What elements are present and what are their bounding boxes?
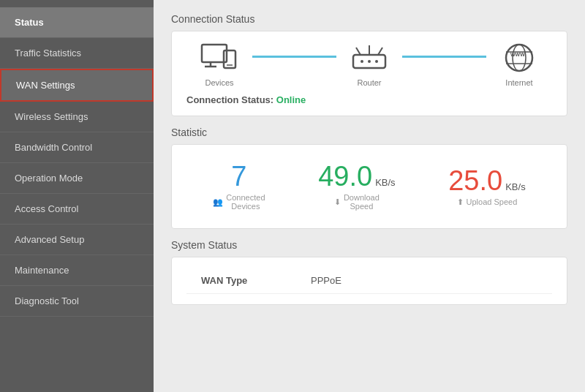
router-icon (347, 42, 391, 74)
sidebar-item-diagnostic-tool[interactable]: Diagnostic Tool (0, 286, 154, 317)
sidebar-item-wireless-settings[interactable]: Wireless Settings (0, 102, 154, 132)
router-label: Router (357, 78, 381, 87)
svg-point-13 (513, 45, 526, 71)
svg-line-6 (356, 48, 361, 55)
statistic-title: Statistic (171, 127, 567, 138)
upload-speed-value-row: 25.0 KB/s (448, 167, 525, 195)
sidebar: Status Traffic Statistics WAN Settings W… (0, 0, 154, 392)
system-status-table: WAN Type PPPoE (186, 268, 552, 294)
system-status-section: System Status WAN Type PPPoE (171, 239, 567, 305)
upload-icon: ⬆ (457, 197, 464, 207)
connected-devices-icon: 👥 (213, 197, 223, 207)
system-status-title: System Status (171, 239, 567, 251)
sidebar-item-wan-settings[interactable]: WAN Settings (0, 69, 154, 102)
svg-line-8 (378, 48, 382, 55)
upload-speed-value: 25.0 (448, 167, 502, 195)
connection-status-title: Connection Status (171, 13, 567, 25)
devices-icon (197, 42, 241, 74)
wan-type-row: WAN Type PPPoE (186, 268, 552, 294)
download-speed-value-row: 49.0 KB/s (318, 162, 395, 190)
connected-devices-label: 👥 ConnectedDevices (213, 193, 265, 211)
devices-label: Devices (205, 78, 233, 87)
sidebar-item-access-control[interactable]: Access Control (0, 194, 154, 225)
devices-item: Devices (186, 42, 252, 87)
statistic-content: 7 👥 ConnectedDevices 49.0 KB/s ⬇ Downloa… (186, 155, 552, 218)
connected-devices-stat: 7 👥 ConnectedDevices (213, 162, 265, 211)
statistic-section: Statistic 7 👥 ConnectedDevices 49.0 KB/s (171, 127, 567, 229)
svg-point-12 (506, 45, 532, 71)
connection-diagram: Devices Router (186, 42, 552, 87)
download-speed-stat: 49.0 KB/s ⬇ DownloadSpeed (318, 162, 395, 211)
wan-type-key: WAN Type (201, 275, 311, 286)
connection-status-line: Connection Status: Online (186, 94, 552, 105)
download-speed-unit: KB/s (375, 177, 395, 188)
sidebar-item-status[interactable]: Status (0, 7, 154, 38)
internet-item: WWW Internet (486, 42, 552, 87)
upload-speed-stat: 25.0 KB/s ⬆ Upload Speed (448, 167, 525, 207)
download-speed-label: ⬇ DownloadSpeed (334, 193, 380, 211)
connected-devices-value: 7 (231, 162, 246, 190)
system-status-card: WAN Type PPPoE (171, 257, 567, 305)
connection-status-section: Connection Status Devices (171, 13, 567, 116)
wan-type-value: PPPoE (311, 275, 341, 286)
upload-speed-unit: KB/s (505, 181, 525, 192)
svg-point-11 (375, 60, 378, 63)
sidebar-item-traffic-statistics[interactable]: Traffic Statistics (0, 38, 154, 69)
sidebar-item-advanced-setup[interactable]: Advanced Setup (0, 225, 154, 255)
svg-text:WWW: WWW (510, 52, 525, 57)
internet-label: Internet (505, 78, 532, 87)
router-item: Router (336, 42, 402, 87)
download-icon: ⬇ (334, 197, 341, 207)
svg-point-10 (368, 60, 371, 63)
main-content: Connection Status Devices (154, 0, 585, 392)
internet-icon: WWW (500, 42, 538, 74)
line-router-internet (402, 56, 486, 58)
download-speed-value: 49.0 (318, 162, 372, 190)
statistic-card: 7 👥 ConnectedDevices 49.0 KB/s ⬇ Downloa… (171, 144, 567, 229)
sidebar-item-operation-mode[interactable]: Operation Mode (0, 163, 154, 194)
sidebar-item-bandwidth-control[interactable]: Bandwidth Control (0, 132, 154, 163)
connection-status-value: Online (276, 94, 306, 105)
svg-point-9 (361, 60, 363, 63)
line-devices-router (252, 56, 336, 58)
sidebar-item-maintenance[interactable]: Maintenance (0, 255, 154, 286)
connection-status-card: Devices Router (171, 31, 567, 116)
upload-speed-label: ⬆ Upload Speed (457, 197, 518, 207)
